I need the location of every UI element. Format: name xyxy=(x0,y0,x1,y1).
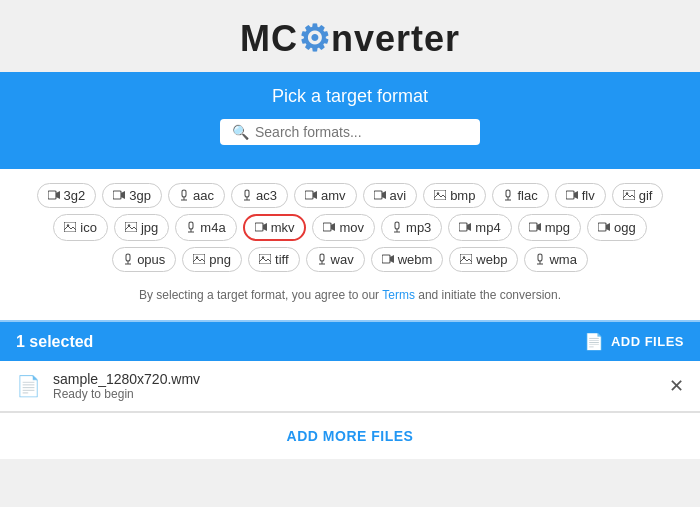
add-more-section: ADD MORE FILES xyxy=(0,412,700,459)
file-type-icon: 📄 xyxy=(16,374,41,398)
gear-icon: ⚙ xyxy=(298,18,331,60)
format-label-mkv: mkv xyxy=(271,220,295,235)
format-btn-wav[interactable]: wav xyxy=(306,247,365,272)
format-btn-jpg[interactable]: jpg xyxy=(114,214,169,241)
format-label-mov: mov xyxy=(339,220,364,235)
svg-rect-46 xyxy=(382,255,390,263)
file-row: 📄 sample_1280x720.wmv Ready to begin ✕ xyxy=(0,361,700,412)
svg-rect-20 xyxy=(64,222,76,232)
video-icon xyxy=(255,222,267,234)
svg-rect-0 xyxy=(48,191,56,199)
audio-icon xyxy=(392,221,402,235)
format-label-aac: aac xyxy=(193,188,214,203)
video-icon xyxy=(566,190,578,202)
format-label-png: png xyxy=(209,252,231,267)
svg-rect-36 xyxy=(598,223,606,231)
format-btn-aac[interactable]: aac xyxy=(168,183,225,208)
format-label-mp4: mp4 xyxy=(475,220,500,235)
format-btn-mp3[interactable]: mp3 xyxy=(381,214,442,241)
image-icon xyxy=(460,254,472,266)
format-btn-gif[interactable]: gif xyxy=(612,183,664,208)
audio-icon xyxy=(179,189,189,203)
format-btn-ac3[interactable]: ac3 xyxy=(231,183,288,208)
format-btn-webm[interactable]: webm xyxy=(371,247,444,272)
video-icon xyxy=(305,190,317,202)
format-btn-mkv[interactable]: mkv xyxy=(243,214,307,241)
format-label-flv: flv xyxy=(582,188,595,203)
app-title: MC⚙nverter xyxy=(0,18,700,60)
svg-rect-42 xyxy=(259,254,271,264)
format-btn-flac[interactable]: flac xyxy=(492,183,548,208)
format-section: Pick a target format 🔍 xyxy=(0,72,700,169)
terms-link[interactable]: Terms xyxy=(382,288,415,302)
video-icon xyxy=(529,222,541,234)
svg-rect-32 xyxy=(459,223,467,231)
format-btn-mp4[interactable]: mp4 xyxy=(448,214,511,241)
image-icon xyxy=(64,222,76,234)
format-btn-ico[interactable]: ico xyxy=(53,214,108,241)
format-btn-m4a[interactable]: m4a xyxy=(175,214,236,241)
svg-rect-26 xyxy=(255,223,263,231)
format-label-3gp: 3gp xyxy=(129,188,151,203)
format-btn-png[interactable]: png xyxy=(182,247,242,272)
format-btn-ogg[interactable]: ogg xyxy=(587,214,647,241)
file-close-button[interactable]: ✕ xyxy=(669,375,684,397)
svg-rect-28 xyxy=(323,223,331,231)
format-label-m4a: m4a xyxy=(200,220,225,235)
format-label-amv: amv xyxy=(321,188,346,203)
format-btn-webp[interactable]: webp xyxy=(449,247,518,272)
search-container: 🔍 xyxy=(220,119,480,145)
format-label-mpg: mpg xyxy=(545,220,570,235)
format-btn-opus[interactable]: opus xyxy=(112,247,176,272)
svg-marker-9 xyxy=(313,191,317,199)
title-text-mc: MC xyxy=(240,18,298,59)
svg-rect-18 xyxy=(623,190,635,200)
format-label-ico: ico xyxy=(80,220,97,235)
search-input[interactable] xyxy=(255,124,468,140)
format-btn-3g2[interactable]: 3g2 xyxy=(37,183,97,208)
terms-text: By selecting a target format, you agree … xyxy=(20,282,680,310)
add-files-button[interactable]: 📄 ADD FILES xyxy=(584,332,684,351)
svg-marker-47 xyxy=(390,255,394,263)
format-label-gif: gif xyxy=(639,188,653,203)
format-btn-amv[interactable]: amv xyxy=(294,183,357,208)
svg-rect-16 xyxy=(566,191,574,199)
format-btn-flv[interactable]: flv xyxy=(555,183,606,208)
video-icon xyxy=(113,190,125,202)
svg-rect-40 xyxy=(193,254,205,264)
audio-icon xyxy=(503,189,513,203)
app-header: MC⚙nverter xyxy=(0,0,700,72)
add-more-files-button[interactable]: ADD MORE FILES xyxy=(287,428,414,444)
format-btn-wma[interactable]: wma xyxy=(524,247,587,272)
image-icon xyxy=(623,190,635,202)
search-icon: 🔍 xyxy=(232,124,249,140)
svg-rect-22 xyxy=(125,222,137,232)
format-btn-tiff[interactable]: tiff xyxy=(248,247,300,272)
svg-rect-34 xyxy=(529,223,537,231)
format-label-tiff: tiff xyxy=(275,252,289,267)
format-btn-mov[interactable]: mov xyxy=(312,214,375,241)
format-label-wav: wav xyxy=(331,252,354,267)
video-icon xyxy=(374,190,386,202)
format-btn-bmp[interactable]: bmp xyxy=(423,183,486,208)
format-label-jpg: jpg xyxy=(141,220,158,235)
format-label-avi: avi xyxy=(390,188,407,203)
svg-rect-48 xyxy=(460,254,472,264)
video-icon xyxy=(459,222,471,234)
svg-rect-10 xyxy=(374,191,382,199)
svg-marker-29 xyxy=(331,223,335,231)
video-icon xyxy=(382,254,394,266)
audio-icon xyxy=(186,221,196,235)
audio-icon xyxy=(317,253,327,267)
audio-icon xyxy=(242,189,252,203)
svg-marker-33 xyxy=(467,223,471,231)
file-name: sample_1280x720.wmv xyxy=(53,371,669,387)
format-btn-3gp[interactable]: 3gp xyxy=(102,183,162,208)
format-btn-mpg[interactable]: mpg xyxy=(518,214,581,241)
formats-area: 3g23gpaacac3amvavibmpflacflvgificojpgm4a… xyxy=(0,169,700,320)
format-btn-avi[interactable]: avi xyxy=(363,183,418,208)
files-header: 1 selected 📄 ADD FILES xyxy=(0,322,700,361)
svg-marker-11 xyxy=(382,191,386,199)
image-icon xyxy=(434,190,446,202)
format-label-flac: flac xyxy=(517,188,537,203)
